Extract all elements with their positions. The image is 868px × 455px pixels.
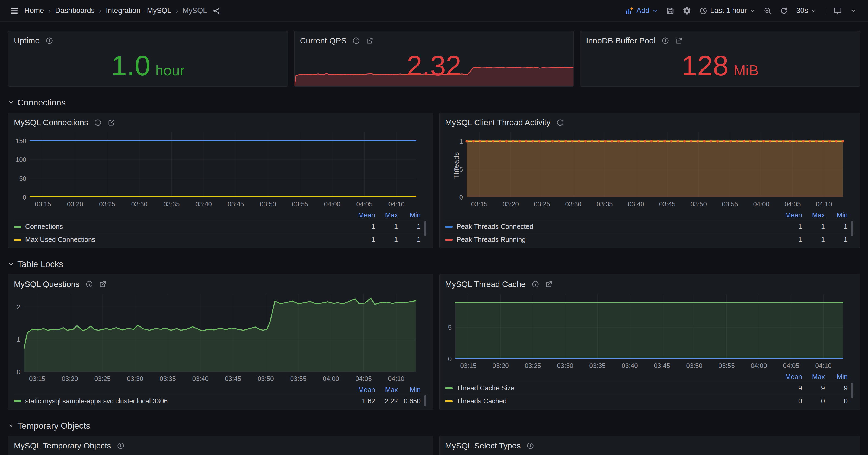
panel-title[interactable]: MySQL Temporary Objects: [14, 441, 111, 450]
info-icon[interactable]: [532, 280, 539, 288]
panel-mysql-temporary-objects: MySQL Temporary Objects: [8, 436, 433, 455]
legend-col-mean[interactable]: Mean: [779, 373, 802, 381]
legend-label[interactable]: Peak Threads Running: [457, 236, 779, 243]
legend-col-min[interactable]: Min: [825, 211, 848, 219]
panel-title[interactable]: Current QPS: [300, 36, 347, 45]
breadcrumb: Home › Dashboards › Integration - MySQL …: [24, 6, 207, 15]
info-icon[interactable]: [352, 37, 360, 44]
legend-col-mean[interactable]: Mean: [352, 211, 375, 219]
info-icon[interactable]: [45, 37, 53, 44]
panel-header[interactable]: MySQL Questions: [13, 278, 428, 290]
breadcrumb-home[interactable]: Home: [24, 6, 44, 15]
section-title: Connections: [18, 98, 66, 108]
panel-header[interactable]: MySQL Temporary Objects: [13, 440, 428, 452]
gear-icon: [682, 6, 691, 15]
add-panel-button[interactable]: Add: [625, 6, 658, 15]
info-icon[interactable]: [527, 442, 534, 450]
section-header-temporary-objects[interactable]: Temporary Objects: [8, 420, 860, 432]
legend-scrollbar[interactable]: [851, 383, 853, 398]
time-range-picker[interactable]: Last 1 hour: [699, 6, 755, 15]
timeseries-chart[interactable]: 03:1503:2003:2503:3003:3503:4003:4503:50…: [444, 290, 855, 372]
panel-header[interactable]: MySQL Select Types: [444, 440, 855, 452]
panel-header[interactable]: MySQL Connections: [13, 117, 428, 129]
series-swatch: [14, 400, 22, 402]
section-header-connections[interactable]: Connections: [8, 97, 860, 108]
info-icon[interactable]: [94, 119, 102, 126]
info-icon[interactable]: [117, 442, 124, 450]
info-icon[interactable]: [86, 280, 93, 288]
share-button[interactable]: [212, 7, 220, 15]
hamburger-icon: [10, 6, 19, 15]
external-link-icon[interactable]: [108, 119, 115, 126]
info-icon[interactable]: [556, 119, 564, 126]
panel-title[interactable]: MySQL Thread Cache: [445, 280, 526, 289]
series-swatch: [445, 387, 453, 389]
panel-current-qps: Current QPS 2.32: [294, 31, 574, 87]
legend-col-min[interactable]: Min: [825, 373, 848, 381]
toolbar-more-button[interactable]: [850, 8, 857, 14]
menu-toggle-button[interactable]: [10, 6, 19, 15]
legend-label[interactable]: Thread Cache Size: [457, 384, 779, 392]
panel-header[interactable]: MySQL Thread Cache: [444, 278, 855, 290]
legend-col-mean[interactable]: Mean: [352, 386, 375, 394]
external-link-icon[interactable]: [99, 280, 106, 288]
legend-label[interactable]: Peak Threads Connected: [457, 223, 779, 230]
zoom-out-time-button[interactable]: [764, 7, 772, 15]
svg-text:03:15: 03:15: [29, 375, 45, 382]
panel-header[interactable]: MySQL Client Thread Activity: [444, 117, 855, 129]
breadcrumb-dashboards[interactable]: Dashboards: [55, 6, 95, 15]
legend-mean-value: 1: [352, 223, 375, 230]
svg-text:03:40: 03:40: [622, 362, 638, 369]
timeseries-chart[interactable]: 03:1503:2003:2503:3003:3503:4003:4503:50…: [13, 290, 428, 385]
external-link-icon[interactable]: [545, 280, 553, 288]
legend-col-max[interactable]: Max: [375, 211, 398, 219]
panel-title[interactable]: MySQL Select Types: [445, 441, 521, 450]
panel-title[interactable]: Uptime: [14, 36, 40, 45]
refresh-button[interactable]: [780, 7, 788, 15]
legend-row: Threads Cached 0 0 0: [444, 394, 855, 408]
refresh-interval-picker[interactable]: 30s: [796, 6, 817, 15]
svg-text:0: 0: [23, 194, 26, 201]
legend-label[interactable]: Connections: [25, 223, 352, 230]
section-header-table-locks[interactable]: Table Locks: [8, 258, 860, 270]
legend-col-max[interactable]: Max: [802, 211, 825, 219]
external-link-icon[interactable]: [675, 37, 683, 44]
breadcrumb-folder[interactable]: Integration - MySQL: [106, 6, 172, 15]
legend-label[interactable]: static:mysql.sample-apps.svc.cluster.loc…: [25, 397, 352, 405]
external-link-icon[interactable]: [366, 37, 373, 44]
kiosk-mode-button[interactable]: [833, 6, 842, 15]
legend-max-value: 0: [802, 397, 825, 405]
panel-title[interactable]: MySQL Client Thread Activity: [445, 118, 550, 127]
legend-col-mean[interactable]: Mean: [779, 211, 802, 219]
legend-scrollbar[interactable]: [851, 221, 853, 236]
save-dashboard-button[interactable]: [666, 7, 674, 15]
toolbar-divider: [825, 7, 825, 15]
legend-col-max[interactable]: Max: [375, 386, 398, 394]
panel-header[interactable]: Current QPS: [300, 35, 569, 46]
stat-value: 1.0: [111, 52, 151, 80]
panel-title[interactable]: MySQL Connections: [14, 118, 88, 127]
legend-scrollbar[interactable]: [424, 395, 426, 407]
panel-mysql-questions: MySQL Questions 03:1503:2003:2503:3003:3…: [8, 274, 433, 410]
legend-header: Mean Max Min: [444, 210, 855, 220]
svg-text:03:55: 03:55: [290, 375, 307, 382]
panel-title[interactable]: InnoDB Buffer Pool: [586, 36, 655, 45]
legend-scrollbar[interactable]: [424, 221, 426, 236]
panel-title[interactable]: MySQL Questions: [14, 280, 80, 289]
dashboard-settings-button[interactable]: [682, 6, 691, 15]
panel-header[interactable]: Uptime: [13, 35, 283, 46]
panel-header[interactable]: InnoDB Buffer Pool: [585, 35, 855, 46]
legend-label[interactable]: Threads Cached: [457, 397, 779, 405]
svg-text:03:20: 03:20: [62, 375, 78, 382]
svg-text:03:50: 03:50: [257, 375, 274, 382]
timeseries-chart[interactable]: 03:1503:2003:2503:3003:3503:4003:4503:50…: [444, 129, 855, 210]
legend-label[interactable]: Max Used Connections: [25, 236, 352, 243]
svg-text:03:35: 03:35: [159, 375, 176, 382]
legend-col-min[interactable]: Min: [398, 211, 421, 219]
info-icon[interactable]: [661, 37, 669, 44]
timeseries-chart[interactable]: 03:1503:2003:2503:3003:3503:4003:4503:50…: [13, 129, 428, 210]
legend-col-min[interactable]: Min: [398, 386, 421, 394]
legend-mean-value: 1: [779, 236, 802, 243]
legend-col-max[interactable]: Max: [802, 373, 825, 381]
legend-min-value: 1: [825, 223, 848, 230]
